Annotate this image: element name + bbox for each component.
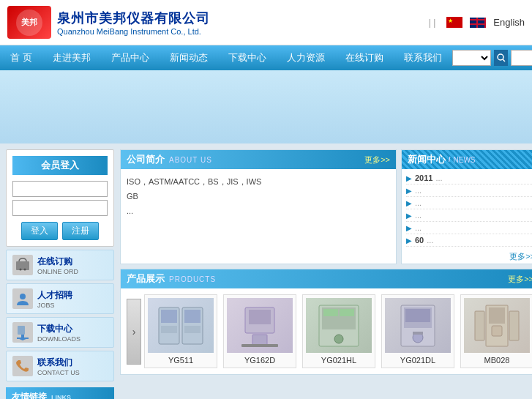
news-section: 新闻中心 / NEWS ▶ 2011 ... ▶ ... ▶ bbox=[401, 149, 532, 264]
logo-cn: 泉州市美邦仪器有限公司 bbox=[57, 10, 210, 27]
flag-en-icon[interactable] bbox=[470, 18, 486, 28]
svg-rect-32 bbox=[509, 311, 519, 340]
svg-rect-7 bbox=[17, 338, 29, 339]
lang-area: | | English bbox=[429, 17, 525, 28]
login-button[interactable]: 登入 bbox=[21, 222, 58, 240]
product-item-0[interactable]: YG511 bbox=[144, 294, 217, 368]
product-image-2 bbox=[306, 298, 372, 353]
jobs-icon bbox=[12, 288, 33, 309]
nav-home[interactable]: 首 页 bbox=[0, 45, 42, 70]
order-cn: 在线订购 bbox=[37, 256, 78, 268]
search-icon-button[interactable] bbox=[494, 50, 508, 66]
product-item-3[interactable]: YG021DL bbox=[381, 294, 454, 368]
banner bbox=[0, 70, 532, 143]
nav-contact[interactable]: 联系我们 bbox=[394, 45, 452, 70]
news-item-3[interactable]: ▶ ... bbox=[406, 209, 532, 222]
nav-downloads[interactable]: 下载中心 bbox=[218, 45, 277, 70]
product-image-0 bbox=[148, 298, 214, 353]
contact-cn: 联系我们 bbox=[37, 357, 80, 369]
links-bar: 友情链接 LINKS bbox=[6, 387, 114, 399]
news-dots-1: ... bbox=[415, 186, 422, 195]
sidebar: 会员登入 登入 注册 在线订购 ONLINE ORD bbox=[6, 149, 114, 399]
nav-about[interactable]: 走进美邦 bbox=[42, 45, 101, 70]
news-title-en: NEWS bbox=[454, 156, 476, 164]
svg-rect-2 bbox=[16, 261, 29, 270]
sidebar-link-order[interactable]: 在线订购 ONLINE ORD bbox=[6, 250, 114, 280]
news-body: ▶ 2011 ... ▶ ... ▶ ... ▶ ... bbox=[402, 169, 532, 250]
news-arrow-icon: ▶ bbox=[406, 224, 412, 232]
flag-cn-icon[interactable] bbox=[446, 17, 462, 28]
products-title-en: PRODUCTS bbox=[169, 275, 216, 283]
news-item-2[interactable]: ▶ ... bbox=[406, 197, 532, 209]
svg-rect-27 bbox=[413, 332, 423, 335]
news-arrow-icon: ▶ bbox=[406, 174, 412, 182]
svg-line-1 bbox=[503, 59, 505, 61]
product-item-2[interactable]: YG021HL bbox=[302, 294, 375, 368]
product-svg-2 bbox=[313, 304, 364, 348]
logo-area: 美邦 泉州市美邦仪器有限公司 Quanzhou MeiBang Instrume… bbox=[7, 6, 210, 39]
svg-point-22 bbox=[334, 335, 343, 343]
product-name-0: YG511 bbox=[168, 356, 193, 365]
news-dots-5: ... bbox=[427, 236, 433, 245]
contact-en: CONTACT US bbox=[37, 369, 80, 376]
svg-rect-13 bbox=[184, 326, 201, 333]
search-icon bbox=[497, 53, 506, 62]
member-login-box: 会员登入 登入 注册 bbox=[6, 149, 114, 247]
sidebar-link-jobs[interactable]: 人才招聘 JOBS bbox=[6, 283, 114, 314]
jobs-link-text: 人才招聘 JOBS bbox=[37, 289, 72, 309]
order-en: ONLINE ORD bbox=[37, 268, 78, 275]
contact-link-text: 联系我们 CONTACT US bbox=[37, 357, 80, 376]
svg-rect-12 bbox=[161, 326, 177, 333]
logo-text: 泉州市美邦仪器有限公司 Quanzhou MeiBang Instrument … bbox=[57, 10, 210, 36]
product-item-1[interactable]: YG162D bbox=[223, 294, 296, 368]
password-input[interactable] bbox=[12, 200, 108, 216]
downloads-cn: 下载中心 bbox=[37, 323, 80, 335]
register-button[interactable]: 注册 bbox=[62, 222, 99, 240]
sidebar-link-contact[interactable]: 联系我们 CONTACT US bbox=[6, 351, 114, 381]
news-item-1[interactable]: ▶ ... bbox=[406, 184, 532, 197]
news-item-0[interactable]: ▶ 2011 ... bbox=[406, 172, 532, 184]
svg-rect-6 bbox=[18, 326, 25, 335]
main-content: 会员登入 登入 注册 在线订购 ONLINE ORD bbox=[0, 143, 532, 399]
sidebar-link-downloads[interactable]: 下载中心 DOWNLOADS bbox=[6, 317, 114, 348]
news-item-5[interactable]: ▶ 60 ... bbox=[406, 234, 532, 247]
product-svg-3 bbox=[392, 304, 443, 348]
order-link-text: 在线订购 ONLINE ORD bbox=[37, 256, 78, 275]
downloads-link-text: 下载中心 DOWNLOADS bbox=[37, 323, 80, 343]
logo-circle: 美邦 bbox=[16, 10, 42, 36]
nav-order[interactable]: 在线订购 bbox=[335, 45, 394, 70]
content-area: 公司简介 ABOUT US 更多>> ISO，ASTM/AATCC，BS，JIS… bbox=[120, 149, 532, 399]
navbar: 首 页 走进美邦 产品中心 新闻动态 下载中心 人力资源 在线订购 联系我们 搜… bbox=[0, 45, 532, 70]
about-section: 公司简介 ABOUT US 更多>> ISO，ASTM/AATCC，BS，JIS… bbox=[120, 149, 397, 264]
product-items: YG511 YG162D bbox=[144, 294, 532, 368]
svg-rect-25 bbox=[405, 309, 430, 322]
nav-products[interactable]: 产品中心 bbox=[101, 45, 160, 70]
product-name-3: YG021DL bbox=[400, 356, 435, 365]
separator: | | bbox=[429, 18, 436, 28]
products-section: 产品展示 PRODUCTS 更多>> › bbox=[120, 269, 532, 375]
search-area: 搜索 bbox=[452, 50, 532, 66]
logo-en: Quanzhou MeiBang Instrument Co., Ltd. bbox=[57, 27, 210, 36]
jobs-en: JOBS bbox=[37, 302, 72, 309]
logo-brand: 美邦 bbox=[21, 17, 37, 28]
news-item-4[interactable]: ▶ ... bbox=[406, 222, 532, 234]
about-more[interactable]: 更多>> bbox=[364, 154, 390, 165]
lang-english-label[interactable]: English bbox=[493, 17, 525, 28]
product-item-4[interactable]: MB028 bbox=[460, 294, 532, 368]
member-title: 会员登入 bbox=[12, 156, 108, 175]
product-image-3 bbox=[385, 298, 451, 353]
download-icon bbox=[12, 322, 33, 343]
username-input[interactable] bbox=[12, 181, 108, 197]
cart-icon bbox=[12, 255, 33, 275]
news-more[interactable]: 更多>> bbox=[509, 252, 532, 261]
product-svg-0 bbox=[155, 304, 206, 348]
phone-icon bbox=[12, 356, 33, 376]
search-select[interactable] bbox=[452, 50, 491, 66]
nav-hr[interactable]: 人力资源 bbox=[277, 45, 335, 70]
about-line1: ISO，ASTM/AATCC，BS，JIS，IWS bbox=[127, 175, 390, 190]
products-more[interactable]: 更多>> bbox=[508, 274, 532, 285]
search-input[interactable] bbox=[511, 50, 532, 66]
svg-rect-20 bbox=[323, 309, 338, 316]
nav-news[interactable]: 新闻动态 bbox=[160, 45, 218, 70]
prev-button[interactable]: › bbox=[127, 299, 141, 365]
